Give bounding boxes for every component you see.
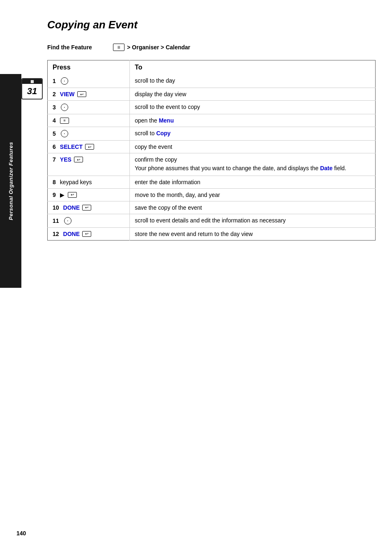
softkey-icon <box>82 205 91 211</box>
table-row: 12DONE store the new event and return to… <box>48 227 376 240</box>
step-number: 2 <box>53 91 56 97</box>
step-number: 9 <box>53 192 56 198</box>
table-row: 10DONE save the copy of the event <box>48 201 376 214</box>
scroll-key-icon <box>64 217 71 224</box>
press-cell: 6SELECT <box>48 141 130 153</box>
col-to-header: To <box>130 60 376 75</box>
press-cell: 3 <box>48 101 130 114</box>
step-number: 11 <box>53 217 59 224</box>
find-feature-path-text: > Organiser > Calendar <box>127 44 190 51</box>
find-feature-label: Find the Feature <box>47 44 105 51</box>
col-press-header: Press <box>48 60 130 75</box>
menu-key-icon: ≡ <box>60 118 69 124</box>
calendar-icon-wrap: ▦ 31 <box>21 78 46 103</box>
press-cell: 11 <box>48 214 130 227</box>
to-cell: store the new event and return to the da… <box>130 227 376 240</box>
to-cell: move to the month, day, and year <box>130 188 376 201</box>
table-row: 2VIEW display the day view <box>48 88 376 101</box>
press-cell: 5 <box>48 127 130 141</box>
press-cell: 1 <box>48 74 130 88</box>
to-cell: scroll to event details and edit the inf… <box>130 214 376 227</box>
press-cell: 7YES <box>48 153 130 176</box>
step-number: 5 <box>53 130 56 137</box>
to-cell: save the copy of the event <box>130 201 376 214</box>
to-cell: scroll to the day <box>130 74 376 88</box>
scroll-key-icon <box>61 77 68 85</box>
to-cell: display the day view <box>130 88 376 101</box>
table-row: 5scroll to Copy <box>48 127 376 141</box>
softkey-icon <box>82 231 91 237</box>
table-row: 4≡open the Menu <box>48 114 376 127</box>
softkey-icon <box>74 157 83 162</box>
step-key-label: DONE <box>63 231 80 237</box>
table-row: 9▶ move to the month, day, and year <box>48 188 376 201</box>
calendar-icon: ▦ 31 <box>21 78 43 99</box>
table-row: 1scroll to the day <box>48 74 376 88</box>
step-number: 1 <box>53 78 56 84</box>
sub-description: Your phone assumes that you want to chan… <box>135 164 370 173</box>
step-key-label: SELECT <box>60 143 83 150</box>
step-number: 7 <box>53 156 56 163</box>
page-title: Copying an Event <box>47 19 376 31</box>
step-key-label: VIEW <box>60 91 75 97</box>
press-cell: 2VIEW <box>48 88 130 101</box>
to-cell: open the Menu <box>130 114 376 127</box>
press-cell: 10DONE <box>48 201 130 214</box>
highlight-text: Copy <box>156 130 171 137</box>
step-number: 10 <box>53 204 59 211</box>
page-number: 140 <box>16 530 26 537</box>
find-feature-path: > Organiser > Calendar <box>113 44 190 51</box>
to-text: display the day view <box>135 91 370 97</box>
scroll-key-icon <box>61 130 68 137</box>
step-number: 12 <box>53 231 59 237</box>
step-number: 4 <box>53 117 56 124</box>
highlight-text: Date <box>320 165 332 171</box>
press-cell: 8keypad keys <box>48 176 130 188</box>
table-row: 11scroll to event details and edit the i… <box>48 214 376 227</box>
to-cell: scroll to Copy <box>130 127 376 141</box>
step-number: 3 <box>53 104 56 111</box>
sidebar-label: Personal Organizer Features <box>8 142 14 220</box>
step-number: 8 <box>53 179 56 185</box>
to-text: confirm the copy <box>135 156 370 163</box>
to-text: enter the date information <box>135 179 370 185</box>
to-cell: enter the date information <box>130 176 376 188</box>
to-text: store the new event and return to the da… <box>135 231 370 237</box>
to-text: scroll to the event to copy <box>135 104 370 110</box>
to-text: scroll to event details and edit the inf… <box>135 217 370 224</box>
step-key-label: DONE <box>63 204 80 211</box>
table-row: 3scroll to the event to copy <box>48 101 376 114</box>
press-cell: 12DONE <box>48 227 130 240</box>
to-cell: confirm the copyYour phone assumes that … <box>130 153 376 176</box>
table-header-row: Press To <box>48 60 376 75</box>
press-cell: 4≡ <box>48 114 130 127</box>
step-key-label: YES <box>60 156 71 163</box>
to-text: open the Menu <box>135 117 370 124</box>
table-row: 7YES confirm the copyYour phone assumes … <box>48 153 376 176</box>
find-feature-row: Find the Feature > Organiser > Calendar <box>47 44 376 51</box>
to-text: copy the event <box>135 143 370 150</box>
to-cell: copy the event <box>130 141 376 153</box>
softkey-icon <box>68 192 77 198</box>
softkey-icon <box>77 91 86 97</box>
sidebar-tab: Personal Organizer Features <box>0 74 21 288</box>
highlight-text: Menu <box>159 117 174 124</box>
calendar-day-number: 31 <box>22 84 42 99</box>
press-cell: 9▶ <box>48 188 130 201</box>
arrow-right-icon: ▶ <box>60 192 65 198</box>
table-row: 8keypad keysenter the date information <box>48 176 376 188</box>
step-number: 6 <box>53 143 56 150</box>
to-cell: scroll to the event to copy <box>130 101 376 114</box>
table-row: 6SELECT copy the event <box>48 141 376 153</box>
steps-table: Press To 1scroll to the day2VIEW display… <box>47 60 376 241</box>
menu-icon <box>113 44 125 51</box>
to-text: save the copy of the event <box>135 204 370 211</box>
softkey-icon <box>85 144 94 150</box>
to-text: scroll to the day <box>135 77 370 84</box>
calendar-icon-header: ▦ <box>22 79 42 84</box>
scroll-key-icon <box>61 104 68 111</box>
step-key-label: keypad keys <box>60 179 92 185</box>
main-content: Copying an Event Find the Feature > Orga… <box>47 0 376 241</box>
to-text: scroll to Copy <box>135 130 370 137</box>
to-text: move to the month, day, and year <box>135 192 370 198</box>
